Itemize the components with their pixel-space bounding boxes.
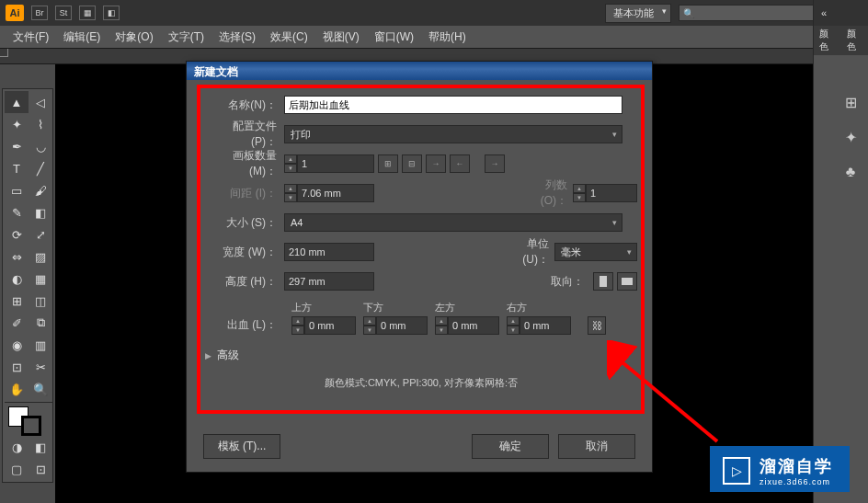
ok-button[interactable]: 确定	[472, 434, 549, 459]
bridge-icon[interactable]: Br	[31, 6, 48, 20]
slice-tool[interactable]: ✂	[29, 356, 52, 378]
menu-select[interactable]: 选择(S)	[211, 27, 263, 48]
selection-tool[interactable]: ▲	[5, 91, 29, 113]
orientation-landscape-button[interactable]	[617, 272, 637, 291]
menu-type[interactable]: 文字(T)	[161, 27, 211, 48]
lasso-tool[interactable]: ⌇	[29, 113, 52, 135]
app-logo: Ai	[6, 5, 24, 21]
direct-selection-tool[interactable]: ◁	[29, 91, 52, 113]
artboards-value[interactable]	[297, 154, 374, 173]
arrange2-icon[interactable]: ◧	[103, 6, 120, 20]
type-tool[interactable]: T	[5, 157, 29, 179]
color-tab-2[interactable]: 颜色	[841, 26, 869, 55]
width-input[interactable]	[284, 243, 374, 261]
menu-file[interactable]: 文件(F)	[6, 27, 56, 48]
stroke-color[interactable]	[21, 416, 41, 436]
spacing-spinner: ▲▼	[284, 184, 374, 202]
template-button[interactable]: 模板 (T)...	[203, 434, 280, 459]
spin-down-icon[interactable]: ▼	[507, 326, 520, 335]
paintbrush-tool[interactable]: 🖌	[29, 179, 52, 201]
grid-by-row-icon[interactable]: ⊞	[378, 154, 398, 173]
zoom-tool[interactable]: 🔍	[29, 378, 52, 400]
bleed-top-spinner[interactable]: ▲▼	[291, 316, 356, 335]
play-icon: ▷	[723, 457, 750, 485]
hand-tool[interactable]: ✋	[5, 378, 29, 400]
pen-tool[interactable]: ✒	[5, 135, 29, 157]
menu-edit[interactable]: 编辑(E)	[56, 27, 108, 48]
artboard-tool[interactable]: ⊡	[5, 356, 29, 378]
bleed-bottom-label: 下方	[363, 301, 383, 314]
orientation-portrait-button[interactable]	[593, 272, 613, 291]
color-mode-icon[interactable]: ◑	[5, 436, 29, 458]
brushes-panel-icon[interactable]: ✦	[840, 127, 861, 147]
screen-mode-icon[interactable]: ▢	[5, 458, 29, 480]
shape-builder-tool[interactable]: ◐	[5, 268, 29, 290]
swatches-panel-icon[interactable]: ⊞	[840, 92, 861, 112]
grid-by-col-icon[interactable]: ⊟	[402, 154, 422, 173]
right-strip-collapse[interactable]: «	[814, 0, 868, 26]
size-label: 大小 (S)：	[205, 215, 284, 231]
rotate-tool[interactable]: ⟳	[5, 223, 29, 246]
cancel-button[interactable]: 取消	[558, 434, 635, 459]
menu-help[interactable]: 帮助(H)	[421, 27, 474, 48]
bleed-top-value[interactable]	[304, 316, 356, 335]
menu-effect[interactable]: 效果(C)	[263, 27, 315, 48]
arrange-row-icon[interactable]: →	[426, 154, 446, 173]
workspace-selector[interactable]: 基本功能	[605, 4, 671, 23]
rectangle-tool[interactable]: ▭	[5, 179, 29, 201]
spin-up-icon[interactable]: ▲	[363, 316, 376, 326]
spin-down-icon[interactable]: ▼	[291, 326, 304, 335]
spin-down-icon[interactable]: ▼	[435, 326, 448, 335]
height-label: 高度 (H)：	[205, 274, 284, 290]
fill-stroke-swatch[interactable]	[5, 405, 52, 436]
spin-down-icon[interactable]: ▼	[363, 326, 376, 335]
stock-icon[interactable]: St	[55, 6, 72, 20]
profile-select[interactable]: 打印	[284, 125, 622, 143]
bleed-left-value[interactable]	[448, 316, 499, 335]
blend-tool[interactable]: ⧉	[29, 312, 52, 334]
units-select[interactable]: 毫米	[554, 243, 637, 261]
search-input[interactable]: 🔍	[679, 5, 835, 21]
eraser-tool[interactable]: ◧	[29, 201, 52, 223]
perspective-tool[interactable]: ▦	[29, 268, 52, 290]
pencil-tool[interactable]: ✎	[5, 201, 29, 223]
name-input[interactable]	[284, 96, 622, 114]
search-icon: 🔍	[683, 8, 694, 18]
spin-up-icon[interactable]: ▲	[284, 154, 297, 164]
scale-tool[interactable]: ⤢	[29, 223, 52, 246]
symbol-sprayer-tool[interactable]: ◉	[5, 334, 29, 356]
bleed-left-spinner[interactable]: ▲▼	[435, 316, 499, 335]
bleed-right-value[interactable]	[520, 316, 571, 335]
mesh-tool[interactable]: ⊞	[5, 290, 29, 312]
curvature-tool[interactable]: ◡	[29, 135, 52, 157]
draw-mode-icon[interactable]: ◧	[29, 436, 52, 458]
menu-view[interactable]: 视图(V)	[315, 27, 367, 48]
line-tool[interactable]: ╱	[29, 157, 52, 179]
arrange-rtl-icon[interactable]: →	[485, 154, 505, 173]
arrange-icon[interactable]: ▦	[79, 6, 96, 20]
width-tool[interactable]: ⇔	[5, 246, 29, 268]
bleed-bottom-spinner[interactable]: ▲▼	[363, 316, 428, 335]
graph-tool[interactable]: ▥	[29, 334, 52, 356]
link-bleed-icon[interactable]: ⛓	[588, 316, 606, 335]
spin-up-icon[interactable]: ▲	[507, 316, 520, 326]
change-screen-icon[interactable]: ⊡	[29, 458, 52, 480]
menu-window[interactable]: 窗口(W)	[367, 27, 421, 48]
advanced-toggle[interactable]: ▶ 高级	[205, 348, 637, 363]
spin-up-icon[interactable]: ▲	[291, 316, 304, 326]
arrange-col-icon[interactable]: ←	[450, 154, 470, 173]
symbols-panel-icon[interactable]: ♣	[840, 162, 861, 182]
magic-wand-tool[interactable]: ✦	[5, 113, 29, 135]
artboards-spinner[interactable]: ▲▼	[284, 154, 374, 173]
gradient-tool[interactable]: ◫	[29, 290, 52, 312]
eyedropper-tool[interactable]: ✐	[5, 312, 29, 334]
bleed-right-spinner[interactable]: ▲▼	[507, 316, 571, 335]
spin-up-icon[interactable]: ▲	[435, 316, 448, 326]
height-input[interactable]	[284, 272, 374, 291]
color-tab[interactable]: 颜色	[814, 26, 841, 55]
spin-down-icon[interactable]: ▼	[284, 164, 297, 173]
menu-object[interactable]: 对象(O)	[108, 27, 160, 48]
bleed-bottom-value[interactable]	[376, 316, 428, 335]
size-select[interactable]: A4	[284, 213, 622, 232]
free-transform-tool[interactable]: ▨	[29, 246, 52, 268]
